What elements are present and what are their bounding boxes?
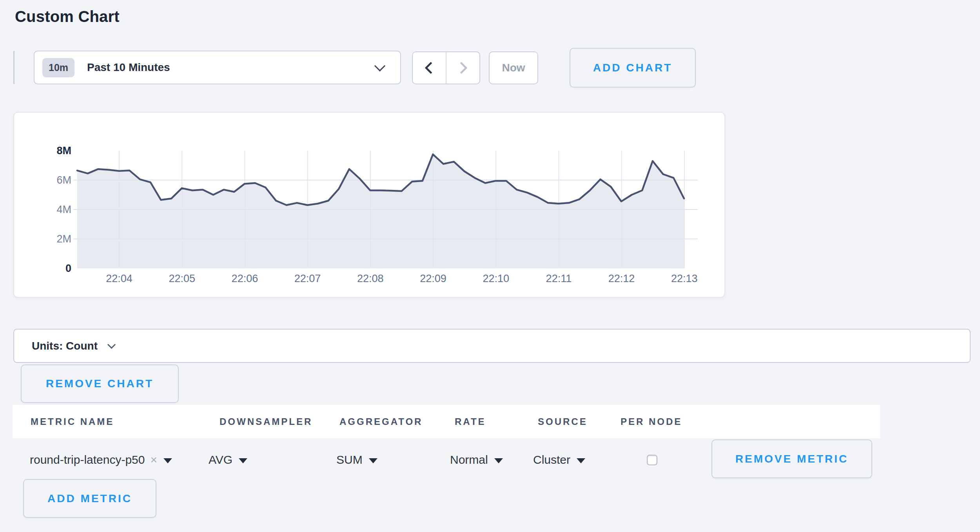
units-label: Units: Count [32,340,98,352]
col-header-metric-name: METRIC NAME [31,405,114,438]
col-header-aggregator: AGGREGATOR [339,405,423,438]
col-header-source: SOURCE [538,405,588,438]
close-icon[interactable]: × [150,453,157,466]
per-node-checkbox[interactable] [647,455,657,465]
units-select[interactable]: Units: Count [13,329,971,363]
svg-text:0: 0 [65,262,71,274]
chevron-left-icon [425,62,437,74]
svg-text:8M: 8M [56,145,71,157]
remove-metric-button[interactable]: REMOVE METRIC [711,439,872,478]
next-range-button[interactable] [446,52,479,84]
downsampler-value: AVG [209,453,232,466]
rate-value: Normal [450,453,488,466]
svg-text:22:06: 22:06 [232,273,258,284]
metrics-table-header: METRIC NAME DOWNSAMPLER AGGREGATOR RATE … [13,405,880,438]
svg-text:22:11: 22:11 [546,273,572,284]
add-metric-button[interactable]: ADD METRIC [23,479,156,518]
chevron-down-icon [107,341,116,349]
svg-text:22:07: 22:07 [294,273,321,284]
svg-text:22:05: 22:05 [169,273,195,284]
custom-chart-page: Custom Chart 10m Past 10 Minutes Now ADD… [0,0,980,532]
source-value: Cluster [533,453,570,466]
page-title: Custom Chart [15,8,120,26]
aggregator-select[interactable]: SUM [336,447,377,472]
caret-down-icon [163,458,172,463]
svg-text:2M: 2M [56,233,71,245]
time-range-select[interactable]: 10m Past 10 Minutes [34,51,401,84]
caret-down-icon [494,458,503,463]
svg-text:22:09: 22:09 [420,273,446,284]
chevron-down-icon [374,60,385,71]
time-range-label: Past 10 Minutes [87,61,170,74]
timeseries-area-chart: 8M6M4M2M022:0422:0522:0622:0722:0822:092… [14,113,724,297]
toolbar-divider [13,51,15,84]
time-range-badge: 10m [42,58,74,77]
metric-name-select[interactable]: round-trip-latency-p50 × [30,447,172,472]
svg-text:22:10: 22:10 [483,273,509,284]
aggregator-value: SUM [336,453,363,466]
svg-text:22:04: 22:04 [106,273,132,284]
downsampler-select[interactable]: AVG [209,447,247,472]
col-header-downsampler: DOWNSAMPLER [220,405,312,438]
chevron-right-icon [455,62,467,74]
chart-card: 8M6M4M2M022:0422:0522:0622:0722:0822:092… [13,112,725,298]
add-chart-button[interactable]: ADD CHART [570,48,696,87]
caret-down-icon [239,458,247,463]
time-pager [412,51,480,84]
svg-text:22:08: 22:08 [357,273,384,284]
now-button[interactable]: Now [489,51,538,84]
prev-range-button[interactable] [413,52,446,84]
svg-text:22:12: 22:12 [608,273,635,284]
col-header-rate: RATE [455,405,486,438]
col-header-per-node: PER NODE [621,405,682,438]
metric-name-value: round-trip-latency-p50 [30,453,145,466]
source-select[interactable]: Cluster [533,447,585,472]
caret-down-icon [369,458,377,463]
svg-text:4M: 4M [56,204,71,215]
remove-chart-button[interactable]: REMOVE CHART [21,364,179,403]
svg-text:22:13: 22:13 [671,273,698,284]
caret-down-icon [577,458,585,463]
rate-select[interactable]: Normal [450,447,503,472]
svg-text:6M: 6M [56,174,71,186]
